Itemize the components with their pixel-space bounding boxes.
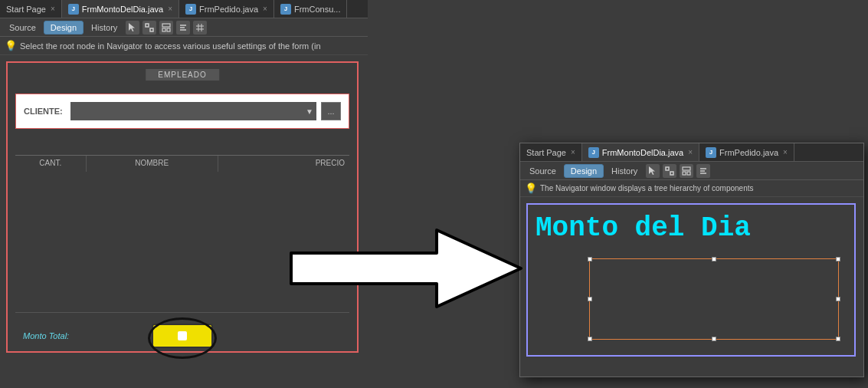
col-cant: CANT.: [15, 156, 87, 172]
tab-frmpedido-right[interactable]: J FrmPedido.java ×: [699, 143, 794, 161]
left-form-container: EMPLEADO CLIENTE: ▼ ... CANT. NOMBRE PRE…: [6, 61, 359, 353]
svg-marker-14: [649, 166, 655, 175]
right-toolbar: Source Design History: [520, 162, 863, 180]
right-form-box: Monto del Dia: [526, 203, 856, 357]
cursor-icon-right[interactable]: [646, 164, 660, 178]
circle-highlight: [148, 317, 217, 359]
tab-frmconsu-left[interactable]: J FrmConsu...: [274, 0, 348, 18]
close-icon[interactable]: ×: [51, 5, 55, 13]
close-icon[interactable]: ×: [168, 5, 172, 13]
right-tab-bar: Start Page × J FrmMontoDelDia.java × J F…: [520, 143, 863, 162]
close-icon[interactable]: ×: [688, 148, 693, 156]
tab-label: FrmMontoDelDia.java: [602, 148, 683, 157]
select-icon-right[interactable]: [663, 164, 676, 178]
handle-br[interactable]: [836, 337, 840, 341]
left-designer-area: EMPLEADO CLIENTE: ▼ ... CANT. NOMBRE PRE…: [0, 55, 368, 388]
design-button-left[interactable]: Design: [44, 21, 84, 35]
handle-mr[interactable]: [836, 297, 840, 301]
tab-label: FrmConsu...: [294, 5, 341, 14]
align-icon-right[interactable]: [696, 164, 710, 178]
col-precio: PRECIO: [218, 156, 349, 172]
cliente-label: CLIENTE:: [24, 107, 66, 116]
source-button-left[interactable]: Source: [3, 21, 42, 34]
svg-rect-17: [683, 167, 690, 170]
layout-icon-right[interactable]: [680, 164, 693, 178]
left-info-bar: 💡 Select the root node in Navigator to a…: [0, 37, 368, 55]
svg-rect-3: [162, 24, 170, 27]
cliente-combobox[interactable]: ▼: [70, 102, 316, 120]
tab-frmmontoddia-left[interactable]: J FrmMontoDelDia.java ×: [62, 0, 179, 18]
close-icon[interactable]: ×: [263, 5, 267, 13]
java-icon: J: [280, 4, 291, 15]
tab-label: Start Page: [6, 5, 46, 14]
tab-label: FrmPedido.java: [199, 5, 258, 14]
history-button-right[interactable]: History: [605, 165, 644, 177]
bulb-icon: 💡: [5, 40, 17, 51]
svg-rect-4: [162, 28, 165, 31]
right-designer: Monto del Dia: [520, 197, 863, 376]
history-button-left[interactable]: History: [85, 21, 123, 34]
left-panel: Start Page × J FrmMontoDelDia.java × J F…: [0, 0, 368, 388]
close-icon[interactable]: ×: [571, 148, 575, 156]
tab-label: FrmPedido.java: [719, 148, 778, 157]
svg-rect-1: [146, 24, 149, 27]
select-icon[interactable]: [142, 21, 156, 35]
java-icon: J: [185, 4, 196, 15]
svg-rect-15: [666, 167, 669, 170]
monto-del-dia-title: Monto del Dia: [536, 212, 751, 244]
cliente-row: CLIENTE: ▼ ...: [15, 94, 349, 129]
left-toolbar: Source Design History: [0, 18, 368, 37]
empleado-label: EMPLEADO: [146, 69, 219, 81]
tab-start-page-left[interactable]: Start Page ×: [0, 0, 62, 18]
table-rows: [15, 172, 349, 313]
handle-bm[interactable]: [712, 337, 716, 341]
handle-tm[interactable]: [712, 257, 716, 261]
layout-icon[interactable]: [159, 21, 173, 35]
java-icon: J: [68, 4, 79, 15]
monto-label: Monto Total:: [23, 331, 69, 340]
design-button-right[interactable]: Design: [564, 164, 604, 178]
right-info-bar: 💡 The Navigator window displays a tree h…: [520, 180, 863, 197]
close-icon[interactable]: ×: [783, 148, 788, 156]
table-header: CANT. NOMBRE PRECIO: [15, 155, 349, 172]
tab-label: Start Page: [526, 148, 566, 157]
handle-ml[interactable]: [588, 297, 592, 301]
inner-selected-box[interactable]: [589, 258, 839, 340]
info-text-right: The Navigator window displays a tree hie…: [540, 184, 753, 192]
info-text: Select the root node in Navigator to acc…: [20, 41, 321, 51]
handle-bl[interactable]: [588, 337, 592, 341]
browse-button[interactable]: ...: [321, 102, 341, 120]
svg-rect-16: [670, 172, 673, 175]
dropdown-arrow-icon: ▼: [306, 107, 313, 116]
source-button-right[interactable]: Source: [523, 165, 562, 177]
bulb-icon-right: 💡: [525, 182, 537, 194]
java-icon: J: [706, 147, 716, 158]
tab-start-page-right[interactable]: Start Page ×: [520, 143, 582, 161]
grid-icon[interactable]: [193, 21, 207, 35]
cursor-icon[interactable]: [126, 21, 139, 35]
right-panel: Start Page × J FrmMontoDelDia.java × J F…: [519, 143, 864, 377]
col-nombre: NOMBRE: [87, 156, 218, 172]
tab-frmmontoddia-right[interactable]: J FrmMontoDelDia.java ×: [582, 143, 699, 161]
svg-rect-5: [167, 28, 170, 31]
svg-rect-18: [683, 172, 686, 175]
tab-frmpedido-left[interactable]: J FrmPedido.java ×: [179, 0, 274, 18]
align-icon[interactable]: [176, 21, 190, 35]
java-icon: J: [588, 147, 599, 158]
handle-tr[interactable]: [836, 257, 840, 261]
left-tab-bar: Start Page × J FrmMontoDelDia.java × J F…: [0, 0, 368, 18]
tab-label: FrmMontoDelDia.java: [82, 5, 163, 14]
svg-rect-2: [150, 28, 153, 31]
svg-marker-0: [129, 23, 135, 31]
handle-tl[interactable]: [588, 257, 592, 261]
svg-rect-19: [687, 172, 690, 175]
